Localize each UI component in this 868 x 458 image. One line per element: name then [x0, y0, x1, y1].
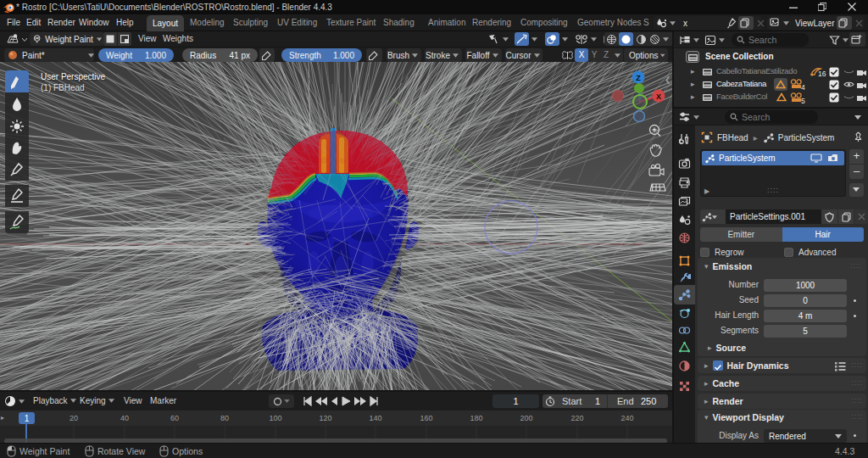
- svg-text:20: 20: [70, 414, 78, 422]
- svg-text:240: 240: [620, 414, 633, 422]
- svg-text:60: 60: [170, 414, 179, 422]
- svg-text:120: 120: [319, 414, 331, 422]
- svg-text:220: 220: [570, 414, 583, 422]
- svg-text:Z: Z: [636, 74, 641, 82]
- svg-text:180: 180: [470, 414, 482, 422]
- svg-text:80: 80: [220, 414, 229, 422]
- svg-text:200: 200: [520, 414, 532, 422]
- svg-text:40: 40: [120, 414, 129, 422]
- svg-text:140: 140: [369, 414, 381, 422]
- svg-text:160: 160: [420, 414, 432, 422]
- svg-text:1: 1: [25, 414, 30, 423]
- svg-text:X: X: [656, 92, 661, 101]
- svg-text:100: 100: [269, 414, 281, 422]
